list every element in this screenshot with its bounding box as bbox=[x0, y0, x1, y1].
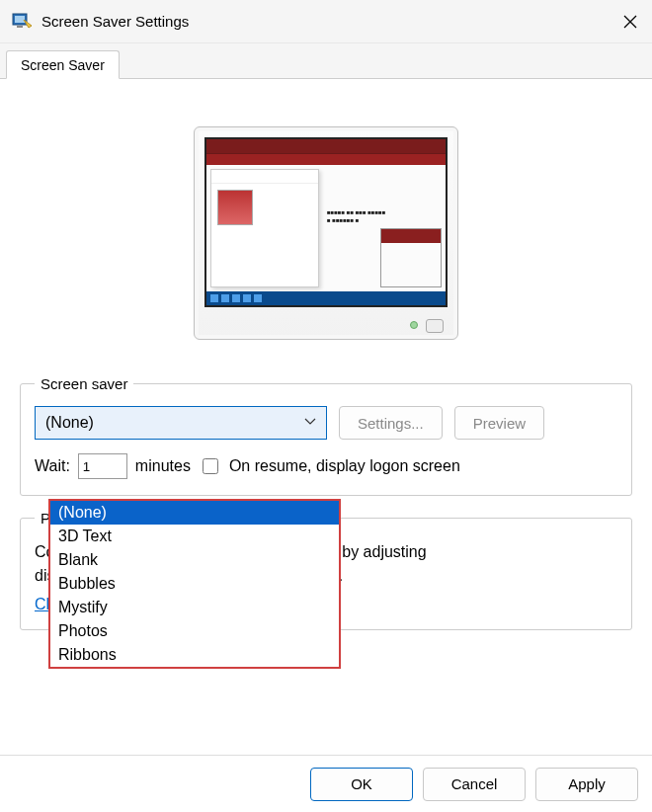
dropdown-item[interactable]: Blank bbox=[50, 548, 339, 572]
ok-button[interactable]: OK bbox=[310, 768, 413, 801]
dialog-footer: OK Cancel Apply bbox=[0, 755, 652, 812]
chevron-down-icon bbox=[304, 414, 316, 432]
dropdown-item[interactable]: 3D Text bbox=[50, 525, 339, 548]
tab-screen-saver[interactable]: Screen Saver bbox=[6, 50, 120, 79]
screensaver-selected: (None) bbox=[45, 414, 94, 432]
wait-unit: minutes bbox=[135, 457, 191, 475]
resume-label: On resume, display logon screen bbox=[229, 457, 460, 475]
wait-row: Wait: minutes On resume, display logon s… bbox=[35, 453, 617, 479]
wait-spinner[interactable] bbox=[78, 453, 127, 479]
wait-label: Wait: bbox=[35, 457, 70, 475]
tab-strip: Screen Saver bbox=[0, 43, 652, 79]
dropdown-item[interactable]: Mystify bbox=[50, 596, 339, 619]
dropdown-item[interactable]: Photos bbox=[50, 619, 339, 643]
screensaver-dropdown[interactable]: (None)3D TextBlankBubblesMystifyPhotosRi… bbox=[48, 499, 341, 669]
screensaver-combobox[interactable]: (None) bbox=[35, 406, 327, 440]
cancel-button[interactable]: Cancel bbox=[423, 768, 526, 801]
svg-rect-1 bbox=[15, 16, 25, 23]
window-title: Screen Saver Settings bbox=[41, 13, 609, 30]
preview-button[interactable]: Preview bbox=[454, 406, 544, 440]
preview-area: ■■■■■ ■■ ■■■ ■■■■■■ ■■■■■■ ■ bbox=[20, 97, 632, 375]
dropdown-item[interactable]: Ribbons bbox=[50, 643, 339, 667]
title-bar: Screen Saver Settings bbox=[0, 0, 652, 43]
dropdown-item[interactable]: (None) bbox=[50, 501, 339, 525]
settings-button[interactable]: Settings... bbox=[339, 406, 443, 440]
close-button[interactable] bbox=[609, 0, 652, 43]
screensaver-group: Screen saver (None) Settings... Preview … bbox=[20, 375, 632, 496]
apply-button[interactable]: Apply bbox=[535, 768, 638, 801]
app-icon bbox=[12, 12, 32, 32]
resume-checkbox[interactable] bbox=[203, 458, 218, 474]
preview-monitor: ■■■■■ ■■ ■■■ ■■■■■■ ■■■■■■ ■ bbox=[194, 126, 458, 340]
svg-rect-2 bbox=[17, 26, 23, 28]
dropdown-item[interactable]: Bubbles bbox=[50, 572, 339, 596]
screensaver-legend: Screen saver bbox=[35, 375, 133, 392]
